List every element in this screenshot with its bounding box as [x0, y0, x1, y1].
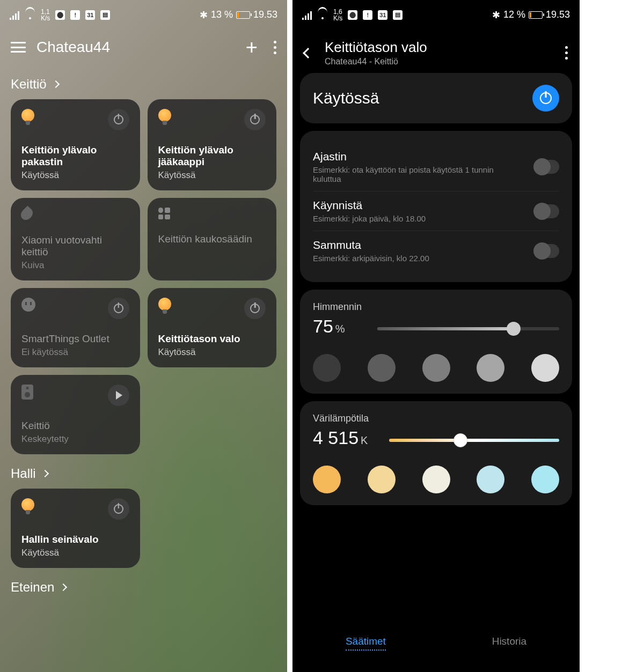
- tab-controls[interactable]: Säätimet: [346, 636, 386, 651]
- power-button[interactable]: [244, 298, 266, 319]
- more-button[interactable]: [565, 46, 568, 60]
- dimmer-label: Himmennin: [313, 301, 559, 313]
- power-toggle[interactable]: [532, 85, 559, 112]
- device-tile[interactable]: SmartThings Outlet Ei käytössä: [11, 288, 140, 367]
- bulb-icon: [21, 498, 34, 514]
- status-label: Käytössä: [313, 89, 379, 107]
- toggle-switch[interactable]: [535, 160, 559, 174]
- room-header[interactable]: Keittiö: [11, 77, 276, 92]
- colortemp-value: 4 515: [313, 427, 358, 448]
- device-detail-screen: 1,6 K/s ⬤ ! 31 ▤ ✱ 12 % 19.53 Keittiötas…: [292, 0, 580, 672]
- tile-status: Käytössä: [21, 170, 129, 181]
- schedule-card: Ajastin Esimerkki: ota käyttöön tai pois…: [300, 131, 572, 282]
- battery-icon: [236, 11, 250, 19]
- more-button[interactable]: [274, 41, 276, 54]
- tile-title: Keittiön ylävalo pakastin: [21, 144, 129, 168]
- app-bar: Chateau44 +: [0, 29, 287, 65]
- tile-status: Käytössä: [158, 347, 266, 358]
- bulb-icon: [158, 298, 171, 314]
- toggle-switch[interactable]: [535, 244, 559, 258]
- bluetooth-icon: ✱: [492, 9, 500, 21]
- tile-title: SmartThings Outlet: [21, 333, 129, 345]
- signal-icon: [10, 10, 19, 20]
- schedule-desc: Esimerkki: ota käyttöön tai poista käytö…: [313, 165, 495, 183]
- spotify-icon: ⬤: [55, 10, 65, 20]
- colortemp-label: Värilämpötila: [313, 413, 559, 424]
- tile-status: Keskeytetty: [21, 434, 129, 445]
- app-icon: ▤: [393, 10, 402, 20]
- remote-icon: [158, 208, 170, 219]
- tile-title: Keittiö: [21, 420, 129, 432]
- schedule-title: Ajastin: [313, 150, 495, 163]
- calendar-icon: 31: [85, 10, 95, 20]
- outlet-icon: [21, 298, 35, 312]
- schedule-row: Käynnistä Esimerkki: joka päivä, klo 18.…: [313, 191, 559, 231]
- device-tile[interactable]: Keittiö Keskeytetty: [11, 375, 140, 454]
- schedule-title: Sammuta: [313, 239, 429, 252]
- bottom-tabs: Säätimet Historia: [292, 623, 580, 672]
- bulb-icon: [158, 109, 171, 125]
- network-speed: 1,6 K/s: [333, 9, 342, 21]
- speaker-icon: [21, 385, 33, 400]
- tab-history[interactable]: Historia: [492, 636, 526, 651]
- status-card: Käytössä: [300, 73, 572, 123]
- brightness-preset[interactable]: [422, 354, 450, 382]
- device-tile[interactable]: Keittiötason valo Käytössä: [148, 288, 277, 367]
- device-tile[interactable]: Hallin seinävalo Käytössä: [11, 489, 140, 568]
- chevron-right-icon: [52, 80, 60, 88]
- colortemp-preset[interactable]: [422, 466, 450, 493]
- back-button[interactable]: [303, 48, 313, 58]
- wifi-icon: [25, 11, 35, 19]
- device-tile[interactable]: Xiaomi vuotovahti keittiö Kuiva: [11, 198, 140, 280]
- chevron-right-icon: [60, 584, 67, 591]
- toggle-switch[interactable]: [535, 204, 559, 218]
- room-header[interactable]: Halli: [11, 466, 276, 481]
- home-screen: 1,1 K/s ⬤ ! 31 ▤ ✱ 13 % 19.53 Chateau44 …: [0, 0, 287, 672]
- wifi-icon: [317, 11, 328, 19]
- tile-title: Keittiön kaukosäädin: [158, 233, 266, 245]
- notif-icon: !: [70, 10, 80, 20]
- battery-percent: 13 %: [211, 9, 233, 20]
- battery-icon: [529, 11, 543, 19]
- device-tile[interactable]: Keittiön ylävalo jääkaappi Käytössä: [148, 99, 277, 190]
- dimmer-slider[interactable]: [377, 327, 559, 330]
- dimmer-card: Himmennin 75%: [300, 290, 572, 394]
- brightness-preset[interactable]: [368, 354, 396, 382]
- device-tile[interactable]: Keittiön ylävalo pakastin Käytössä: [11, 99, 140, 190]
- power-button[interactable]: [108, 298, 129, 319]
- tile-title: Keittiön ylävalo jääkaappi: [158, 144, 266, 168]
- signal-icon: [302, 10, 312, 20]
- status-bar: 1,6 K/s ⬤ ! 31 ▤ ✱ 12 % 19.53: [292, 0, 580, 29]
- schedule-title: Käynnistä: [313, 199, 426, 212]
- power-button[interactable]: [244, 109, 266, 130]
- room-header[interactable]: Eteinen: [11, 580, 276, 595]
- spotify-icon: ⬤: [348, 10, 357, 20]
- dimmer-unit: %: [335, 323, 345, 335]
- play-button[interactable]: [108, 385, 129, 406]
- colortemp-slider[interactable]: [389, 439, 559, 442]
- colortemp-unit: K: [361, 434, 368, 446]
- colortemp-preset[interactable]: [531, 466, 559, 493]
- tile-status: Ei käytössä: [21, 347, 129, 358]
- tile-title: Xiaomi vuotovahti keittiö: [21, 234, 129, 258]
- brightness-preset[interactable]: [477, 354, 504, 382]
- brightness-preset[interactable]: [313, 354, 341, 382]
- colortemp-preset[interactable]: [477, 466, 504, 493]
- notif-icon: !: [363, 10, 372, 20]
- tile-status: Käytössä: [21, 548, 129, 558]
- dimmer-value: 75: [313, 316, 333, 336]
- colortemp-preset[interactable]: [368, 466, 396, 493]
- colortemp-card: Värilämpötila 4 515K: [300, 401, 572, 505]
- add-button[interactable]: +: [246, 37, 258, 57]
- device-tile[interactable]: Keittiön kaukosäädin: [148, 198, 277, 280]
- colortemp-preset[interactable]: [313, 466, 341, 493]
- menu-button[interactable]: [11, 42, 26, 53]
- app-icon: ▤: [100, 10, 110, 20]
- power-button[interactable]: [108, 498, 129, 520]
- tile-status: Kuiva: [21, 260, 129, 271]
- network-speed: 1,1 K/s: [41, 9, 50, 21]
- tile-status: Käytössä: [158, 170, 266, 181]
- chevron-right-icon: [41, 470, 49, 477]
- brightness-preset[interactable]: [531, 354, 559, 382]
- power-button[interactable]: [108, 109, 129, 130]
